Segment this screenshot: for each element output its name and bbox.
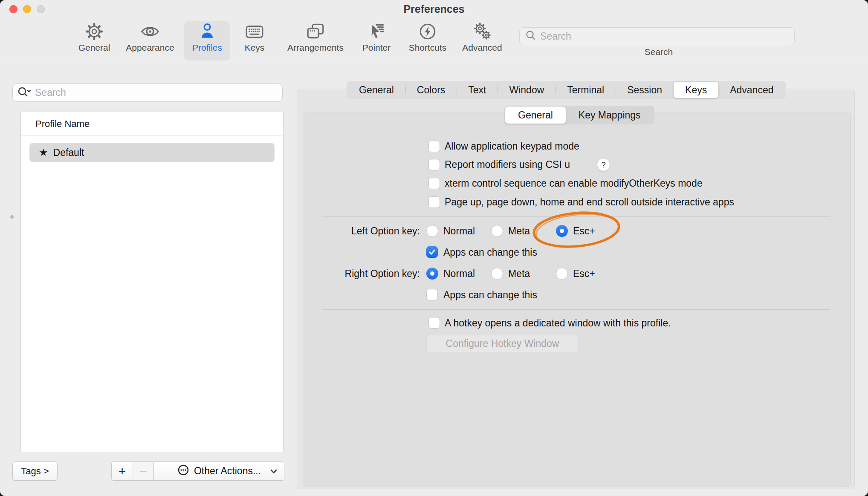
toolbar-item-arrangements[interactable]: Arrangements xyxy=(284,21,347,61)
ellipsis-circle-icon xyxy=(177,464,190,479)
toolbar-label-keys: Keys xyxy=(245,43,265,53)
toolbar-item-advanced[interactable]: Advanced xyxy=(459,21,506,61)
checkbox-hotkey-window[interactable] xyxy=(428,317,440,329)
gear-icon xyxy=(84,21,104,42)
radio-right-option-meta[interactable] xyxy=(491,268,503,280)
section-divider xyxy=(322,309,830,310)
toolbar-label-shortcuts: Shortcuts xyxy=(409,43,447,53)
toolbar-item-profiles[interactable]: Profiles xyxy=(184,21,230,61)
label-hotkey-window: A hotkey opens a dedicated window with t… xyxy=(445,317,671,329)
tab-session[interactable]: Session xyxy=(616,82,674,98)
label-modify-other-keys: xterm control sequence can enable modify… xyxy=(445,178,703,189)
radio-left-option-meta[interactable] xyxy=(491,225,503,237)
toolbar-search-input[interactable] xyxy=(540,31,789,42)
toolbar-item-general[interactable]: General xyxy=(73,21,116,61)
tab-window[interactable]: Window xyxy=(498,82,556,98)
label-left-option-key: Left Option key: xyxy=(264,225,420,237)
checkbox-page-scroll[interactable] xyxy=(428,196,440,208)
label-right-option-key: Right Option key: xyxy=(264,268,420,280)
label-left-option-esc: Esc+ xyxy=(573,225,595,237)
section-divider xyxy=(322,216,830,217)
check-icon xyxy=(428,248,437,257)
label-page-scroll: Page up, page down, home and end scroll … xyxy=(445,196,734,208)
eye-icon xyxy=(140,21,160,42)
tab-general[interactable]: General xyxy=(347,82,405,98)
remove-profile-button: − xyxy=(133,462,153,480)
toolbar-search-caption: Search xyxy=(622,47,695,57)
keys-subtabs: General Key Mappings xyxy=(504,106,654,124)
toolbar-divider xyxy=(0,64,868,64)
profile-row-default[interactable]: ★ Default xyxy=(29,143,275,162)
tab-text[interactable]: Text xyxy=(457,82,498,98)
toolbar-item-keys[interactable]: Keys xyxy=(237,21,272,61)
label-left-option-normal: Normal xyxy=(443,225,475,237)
label-right-option-normal: Normal xyxy=(443,268,475,280)
profile-list-controls: + − Other Actions... xyxy=(111,461,284,481)
other-actions-label: Other Actions... xyxy=(194,465,261,477)
checkbox-modify-other-keys[interactable] xyxy=(428,178,440,189)
gears-icon xyxy=(472,21,492,42)
subtab-general[interactable]: General xyxy=(505,107,566,124)
radio-left-option-esc[interactable] xyxy=(556,225,568,237)
window-edge-dot xyxy=(10,215,14,219)
search-menu-icon xyxy=(17,86,32,100)
configure-hotkey-window-button: Configure Hotkey Window xyxy=(426,335,579,352)
profile-tabs: General Colors Text Window Terminal Sess… xyxy=(347,81,786,99)
toolbar-item-shortcuts[interactable]: Shortcuts xyxy=(404,21,451,61)
toolbar-label-advanced: Advanced xyxy=(462,43,502,53)
toolbar-label-arrangements: Arrangements xyxy=(287,43,344,53)
profile-search-input[interactable] xyxy=(35,87,278,98)
tab-keys[interactable]: Keys xyxy=(674,82,718,98)
toolbar-item-appearance[interactable]: Appearance xyxy=(122,21,178,61)
toolbar-label-profiles: Profiles xyxy=(192,43,222,53)
add-profile-button[interactable]: + xyxy=(112,462,133,480)
toolbar-label-appearance: Appearance xyxy=(126,43,174,53)
checkbox-keypad-mode[interactable] xyxy=(428,141,440,152)
radio-right-option-normal[interactable] xyxy=(426,268,438,280)
profile-search-field[interactable] xyxy=(12,84,283,102)
chevron-down-icon xyxy=(269,465,278,477)
label-right-option-meta: Meta xyxy=(508,268,530,280)
subtab-key-mappings[interactable]: Key Mappings xyxy=(566,107,654,124)
help-button[interactable]: ? xyxy=(597,158,610,171)
tab-colors[interactable]: Colors xyxy=(405,82,457,98)
tab-terminal[interactable]: Terminal xyxy=(556,82,616,98)
label-csi-u: Report modifiers using CSI u xyxy=(445,159,570,170)
tab-advanced[interactable]: Advanced xyxy=(718,82,785,98)
profile-list: Profile Name ★ Default xyxy=(20,112,284,452)
keys-general-panel xyxy=(303,112,851,487)
checkbox-left-apps-can-change[interactable] xyxy=(426,246,438,258)
bolt-circle-icon xyxy=(417,21,438,42)
window-stack-icon xyxy=(305,21,326,42)
label-right-option-esc: Esc+ xyxy=(573,268,595,280)
label-left-option-meta: Meta xyxy=(508,225,530,237)
label-left-apps-can-change: Apps can change this xyxy=(443,247,537,258)
toolbar-label-general: General xyxy=(78,43,110,53)
profile-name: Default xyxy=(53,147,84,159)
cursor-icon xyxy=(366,21,387,42)
radio-left-option-normal[interactable] xyxy=(426,225,438,237)
checkbox-csi-u[interactable] xyxy=(428,159,440,170)
window-title: Preferences xyxy=(0,3,868,15)
keyboard-icon xyxy=(244,21,265,42)
toolbar-label-pointer: Pointer xyxy=(362,43,391,53)
radio-right-option-esc[interactable] xyxy=(556,268,568,280)
label-keypad-mode: Allow application keypad mode xyxy=(445,141,579,152)
tags-button[interactable]: Tags > xyxy=(12,461,58,481)
person-icon xyxy=(197,21,217,42)
default-star-icon: ★ xyxy=(39,147,48,159)
profile-list-header: Profile Name xyxy=(21,112,283,136)
toolbar-search-field[interactable] xyxy=(519,27,795,45)
label-right-apps-can-change: Apps can change this xyxy=(443,289,537,301)
search-icon xyxy=(525,29,537,43)
toolbar-item-pointer[interactable]: Pointer xyxy=(355,21,398,61)
preferences-window: Preferences General Appearance xyxy=(0,0,868,496)
checkbox-right-apps-can-change[interactable] xyxy=(426,289,438,300)
other-actions-dropdown[interactable]: Other Actions... xyxy=(153,462,284,480)
